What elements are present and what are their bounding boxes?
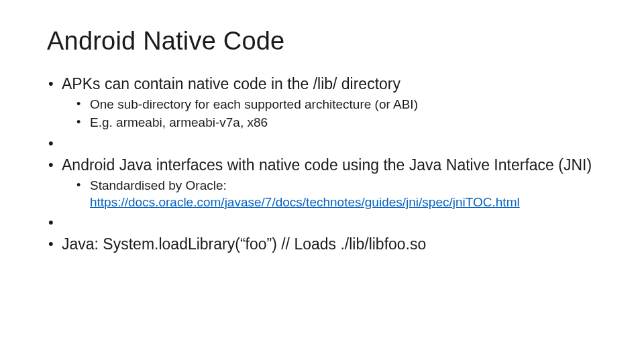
bullet-item: Java: System.loadLibrary(“foo”) // Loads… xyxy=(47,235,604,254)
oracle-jni-link[interactable]: https://docs.oracle.com/javase/7/docs/te… xyxy=(90,195,520,209)
bullet-text: Java: System.loadLibrary(“foo”) // Loads… xyxy=(62,235,426,253)
sub-bullet-text: One sub-directory for each supported arc… xyxy=(90,97,418,111)
bullet-item: APKs can contain native code in the /lib… xyxy=(47,74,604,131)
spacer xyxy=(47,134,604,153)
slide: Android Native Code APKs can contain nat… xyxy=(0,0,644,362)
bullet-text: APKs can contain native code in the /lib… xyxy=(62,75,400,93)
spacer xyxy=(47,213,604,232)
bullet-text: Android Java interfaces with native code… xyxy=(62,156,592,174)
slide-title: Android Native Code xyxy=(47,27,604,56)
sub-bullet-item: Standardised by Oracle: https://docs.ora… xyxy=(75,178,604,210)
bullet-list: APKs can contain native code in the /lib… xyxy=(47,74,604,254)
sub-bullet-item: One sub-directory for each supported arc… xyxy=(75,97,604,113)
sub-bullet-list: Standardised by Oracle: https://docs.ora… xyxy=(62,178,604,210)
sub-bullet-text: Standardised by Oracle: xyxy=(90,178,227,192)
sub-bullet-text: E.g. armeabi, armeabi-v7a, x86 xyxy=(90,115,268,129)
bullet-item: Android Java interfaces with native code… xyxy=(47,156,604,210)
sub-bullet-list: One sub-directory for each supported arc… xyxy=(62,97,604,131)
sub-bullet-item: E.g. armeabi, armeabi-v7a, x86 xyxy=(75,115,604,131)
